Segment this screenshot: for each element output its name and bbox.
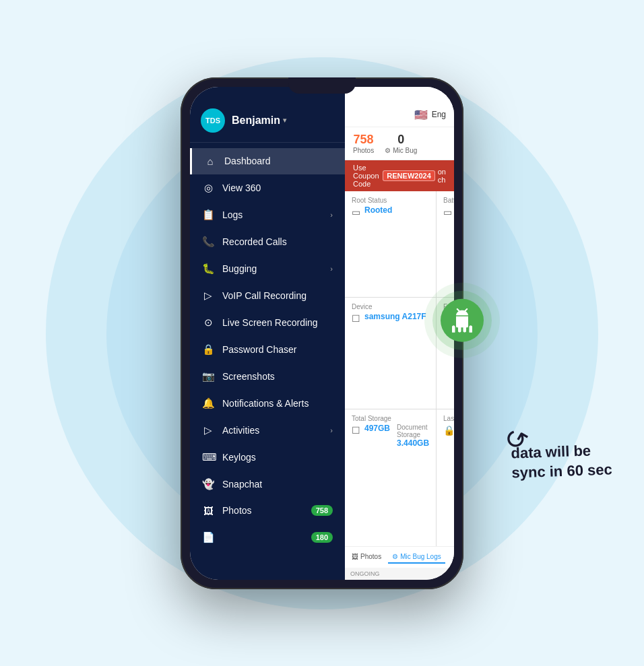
sidebar-item-label: Photos [222, 505, 303, 516]
sidebar-item-label: Activities [222, 425, 322, 436]
mic-bug-label: ⚙ Mic Bug [385, 147, 417, 154]
mic-bug-tab-icon: ⚙ [392, 553, 398, 560]
storage-value: 497GB [364, 424, 390, 433]
mic-bug-tab-label: Mic Bug Logs [400, 553, 441, 560]
bell-icon: 🔔 [202, 397, 214, 409]
sidebar-item-dashboard[interactable]: ⌂ Dashboard [190, 148, 345, 174]
chevron-right-icon: › [330, 265, 333, 273]
avatar: TDS [201, 108, 225, 133]
sidebar-username[interactable]: Benjamin ▾ [232, 114, 286, 127]
bugging-icon: 🐛 [202, 263, 214, 275]
sidebar-item-live-screen[interactable]: ⊙ Live Screen Recording [190, 309, 345, 336]
android-robot-button[interactable] [441, 298, 484, 341]
live-screen-icon: ⊙ [202, 317, 214, 329]
ongoing-label: ONGOING [345, 568, 454, 580]
activities-icon: ▷ [202, 424, 214, 436]
sidebar: TDS Benjamin ▾ ⌂ Dashboard ◎ [190, 87, 345, 580]
sidebar-item-label: Notifications & Alerts [222, 398, 333, 409]
battery-icon: ▭ [443, 207, 452, 218]
username-label: Benjamin [232, 114, 280, 127]
phone-screen: TDS Benjamin ▾ ⌂ Dashboard ◎ [190, 87, 454, 580]
photos-count: 758 [354, 133, 374, 147]
bottom-tabs: 🖼 Photos ⚙ Mic Bug Logs [345, 546, 454, 568]
screen-content: TDS Benjamin ▾ ⌂ Dashboard ◎ [190, 87, 454, 580]
home-icon: ⌂ [204, 156, 216, 167]
mic-bug-count: 0 [397, 133, 404, 147]
view360-icon: ◎ [202, 182, 214, 194]
coupon-text: Use Coupon Code [353, 164, 380, 188]
sidebar-item-label: Recorded Calls [222, 236, 333, 247]
more-badge: 180 [311, 532, 333, 543]
android-icon [450, 308, 474, 332]
sidebar-item-label: Live Screen Recording [222, 317, 333, 328]
chevron-right-icon: › [330, 426, 333, 434]
password-icon: 🔒 [202, 343, 214, 356]
photos-icon: 🖼 [202, 505, 214, 517]
stat-photos: 758 Photos [353, 133, 374, 154]
device-grid: Root Status ▭ Rooted Battery Status ▭ 55… [345, 191, 454, 546]
sidebar-item-more[interactable]: 📄 180 [190, 524, 345, 551]
sidebar-item-notifications[interactable]: 🔔 Notifications & Alerts [190, 390, 345, 417]
recorded-calls-icon: 📞 [202, 236, 214, 248]
phone-wrapper: TDS Benjamin ▾ ⌂ Dashboard ◎ [181, 77, 463, 589]
phone-notch [288, 77, 356, 94]
sidebar-item-label: Logs [222, 209, 322, 220]
device-cell-sync: Last Sync 🔒 2024-05-29 16:36 time has la… [437, 409, 454, 546]
keylogs-icon: ⌨ [202, 451, 214, 463]
doc-storage-value: 3.440GB [397, 438, 429, 448]
root-label: Root Status [352, 197, 429, 204]
sidebar-item-label: Keylogs [222, 452, 333, 463]
sidebar-item-label: Bugging [222, 263, 322, 274]
main-panel: 🇺🇸 Eng 758 Photos 0 ⚙ Mic Bug [345, 87, 454, 580]
device-cell-root: Root Status ▭ Rooted [345, 191, 436, 298]
sync-label: Last Sync [443, 415, 454, 422]
sidebar-header: TDS Benjamin ▾ [190, 87, 345, 143]
coupon-banner: Use Coupon Code RENEW2024 on ch [345, 160, 454, 191]
root-value: Rooted [364, 205, 392, 215]
sidebar-item-photos[interactable]: 🖼 Photos 758 [190, 498, 345, 524]
screenshots-icon: 📷 [202, 370, 214, 382]
sidebar-item-screenshots[interactable]: 📷 Screenshots [190, 363, 345, 390]
photos-tab-icon: 🖼 [352, 553, 358, 560]
sidebar-item-keylogs[interactable]: ⌨ Keylogs [190, 444, 345, 471]
storage-label: Total Storage [352, 415, 429, 422]
sidebar-item-label: Snapchat [222, 479, 333, 490]
sidebar-item-voip[interactable]: ▷ VoIP Call Recording [190, 282, 345, 309]
sidebar-item-password-chaser[interactable]: 🔒 Password Chaser [190, 336, 345, 363]
photos-label: Photos [353, 147, 374, 154]
sidebar-item-label: View 360 [222, 182, 333, 193]
voip-icon: ▷ [202, 290, 214, 302]
sidebar-item-view360[interactable]: ◎ View 360 [190, 174, 345, 201]
device-value: samsung A217F [364, 312, 426, 321]
tab-photos[interactable]: 🖼 Photos [348, 551, 385, 564]
tab-mic-bug-logs[interactable]: ⚙ Mic Bug Logs [388, 551, 445, 564]
battery-label: Battery Status [443, 197, 454, 204]
doc-storage-label: Document Storage [397, 424, 429, 438]
more-icon: 📄 [202, 531, 214, 543]
sidebar-item-bugging[interactable]: 🐛 Bugging › [190, 255, 345, 282]
lang-label: Eng [432, 110, 446, 119]
device-cell-battery: Battery Status ▭ 55.0 [437, 191, 454, 298]
sidebar-item-logs[interactable]: 📋 Logs › [190, 201, 345, 228]
sidebar-nav: ⌂ Dashboard ◎ View 360 📋 Logs › [190, 143, 345, 580]
sidebar-item-snapchat[interactable]: 👻 Snapchat [190, 471, 345, 498]
photos-badge: 758 [311, 505, 333, 516]
sync-icon: 🔒 [443, 425, 454, 436]
sidebar-item-label: VoIP Call Recording [222, 290, 333, 301]
root-icon: ▭ [352, 207, 360, 218]
main-header: 🇺🇸 Eng [345, 87, 454, 127]
sidebar-item-activities[interactable]: ▷ Activities › [190, 417, 345, 444]
sidebar-item-recorded-calls[interactable]: 📞 Recorded Calls [190, 228, 345, 255]
chevron-right-icon: › [330, 211, 333, 219]
sidebar-item-label: Dashboard [224, 156, 333, 166]
chevron-down-icon: ▾ [283, 116, 286, 124]
storage-icon: ☐ [352, 425, 360, 436]
stat-mic-bug: 0 ⚙ Mic Bug [385, 133, 417, 154]
sidebar-item-label: Screenshots [222, 371, 333, 382]
device-label: Device [352, 303, 429, 310]
device-icon: ☐ [352, 313, 360, 324]
device-cell-storage: Total Storage ☐ 497GB Document Storage 3… [345, 409, 436, 546]
phone-frame: TDS Benjamin ▾ ⌂ Dashboard ◎ [181, 77, 463, 589]
sidebar-item-label: Password Chaser [222, 344, 333, 355]
coupon-code: RENEW2024 [383, 170, 434, 181]
